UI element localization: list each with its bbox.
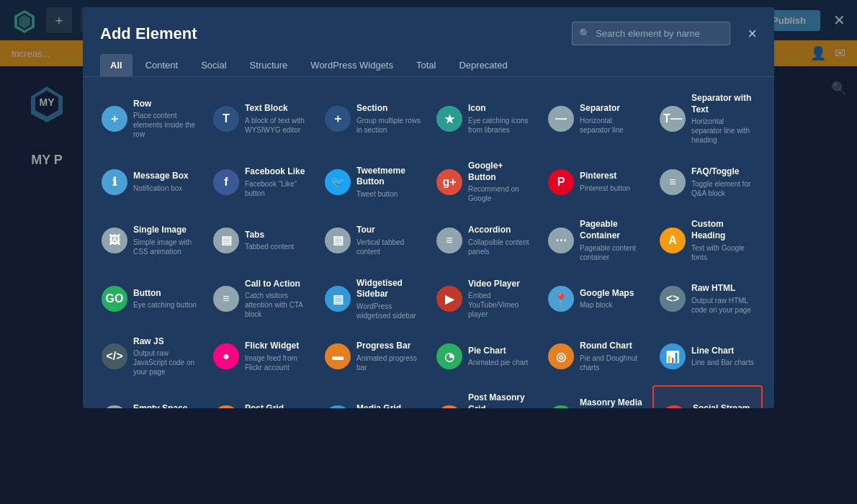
element-icon: 👤: [661, 405, 687, 408]
element-item[interactable]: ▬Progress BarAnimated progress bar: [318, 329, 428, 384]
tab-total[interactable]: Total: [406, 54, 446, 76]
element-item[interactable]: ≡Call to ActionCatch visitors attention …: [206, 271, 316, 328]
element-desc: Tabbed content: [245, 242, 309, 251]
element-text: TourVertical tabbed content: [356, 225, 421, 256]
element-text: Masonry Media GridMasonry media grid fro…: [580, 397, 644, 408]
element-item[interactable]: ◎Round ChartPie and Doughnut charts: [541, 329, 651, 384]
tab-wordpress-widgets[interactable]: WordPress Widgets: [300, 54, 403, 76]
element-item[interactable]: 📍Google MapsMap block: [541, 271, 651, 328]
tab-structure[interactable]: Structure: [240, 54, 298, 76]
element-icon: 📊: [660, 343, 686, 369]
element-text: Raw HTMLOutput raw HTML code on your pag…: [691, 283, 755, 315]
element-item[interactable]: <>Raw HTMLOutput raw HTML code on your p…: [652, 271, 763, 328]
element-item[interactable]: ▤TourVertical tabbed content: [318, 212, 428, 269]
tab-deprecated[interactable]: Deprecated: [449, 54, 517, 76]
element-desc: Notification box: [133, 184, 197, 193]
element-icon: ▤: [325, 228, 351, 253]
element-name: Round Chart: [580, 341, 644, 352]
element-icon: ▬: [325, 343, 351, 369]
element-icon: <>: [660, 286, 686, 312]
element-icon: ★: [436, 106, 462, 132]
element-text: TabsTabbed content: [245, 230, 309, 252]
element-item[interactable]: T—Separator with TextHorizontal separato…: [652, 86, 763, 152]
element-item[interactable]: ⊟Masonry Media GridMasonry media grid fr…: [541, 385, 651, 408]
element-item[interactable]: ⊞Post GridPosts, pages or custom posts i…: [206, 385, 316, 408]
element-desc: A block of text with WYSIWYG editor: [245, 116, 309, 135]
element-item[interactable]: GOButtonEye catching button: [94, 271, 205, 328]
element-item[interactable]: ↕Empty SpaceBlank space with custom heig…: [94, 385, 205, 408]
element-text: Line ChartLine and Bar charts: [691, 346, 755, 368]
element-desc: Line and Bar charts: [691, 358, 755, 367]
element-text: Message BoxNotification box: [133, 171, 197, 193]
element-text: Empty SpaceBlank space with custom heigh…: [133, 403, 197, 408]
element-icon: ↕: [102, 405, 127, 408]
element-desc: Pinterest button: [580, 184, 644, 193]
element-icon: ▤: [325, 286, 351, 312]
element-name: Post Masonry Grid: [468, 392, 532, 408]
element-item[interactable]: fFacebook LikeFacebook "Like" button: [206, 153, 316, 210]
element-item[interactable]: ≡FAQ/ToggleToggle element for Q&A block: [652, 153, 763, 210]
element-text: ButtonEye catching button: [133, 288, 197, 310]
element-icon: P: [548, 169, 574, 195]
element-text: Flickr WidgetImage feed from Flickr acco…: [245, 341, 309, 372]
element-name: Line Chart: [691, 346, 755, 357]
element-text: Post Masonry GridPosts, pages or custom …: [468, 392, 532, 408]
element-text: Facebook LikeFacebook "Like" button: [245, 166, 309, 198]
element-icon: 🐦: [325, 169, 351, 195]
element-icon: ≡: [213, 286, 239, 312]
element-item[interactable]: ＋RowPlace content elements inside the ro…: [94, 86, 205, 152]
element-text: FAQ/ToggleToggle element for Q&A block: [691, 166, 755, 198]
element-item[interactable]: 🐦Tweetmeme ButtonTweet button: [318, 153, 428, 210]
element-name: Raw HTML: [691, 283, 755, 294]
element-item[interactable]: PPinterestPinterest button: [541, 153, 651, 210]
element-desc: Pie and Doughnut charts: [580, 354, 644, 372]
element-item[interactable]: ▶Video PlayerEmbed YouTube/Vimeo player: [429, 271, 539, 328]
element-item[interactable]: ⋯Pageable ContainerPageable content cont…: [541, 212, 651, 269]
element-item[interactable]: TText BlockA block of text with WYSIWYG …: [206, 86, 316, 152]
element-name: Masonry Media Grid: [580, 397, 644, 408]
element-item[interactable]: —SeparatorHorizontal separator line: [541, 86, 651, 152]
element-text: Post GridPosts, pages or custom posts in…: [245, 403, 309, 408]
tab-social[interactable]: Social: [191, 54, 236, 76]
element-item[interactable]: </>Raw JSOutput raw JavaScript code on y…: [94, 329, 205, 384]
element-desc: Eye catching icons from libraries: [468, 116, 532, 135]
element-item[interactable]: ⊟Post Masonry GridPosts, pages or custom…: [429, 385, 539, 408]
element-icon: f: [213, 169, 239, 195]
search-input[interactable]: [572, 22, 730, 45]
element-icon: GO: [102, 286, 127, 312]
elements-grid: ＋RowPlace content elements inside the ro…: [83, 77, 774, 408]
element-item[interactable]: ACustom HeadingText with Google fonts: [652, 212, 763, 269]
element-name: Separator with Text: [691, 93, 755, 115]
element-item[interactable]: ⊞Media GridMedia grid from Media Library: [318, 385, 428, 408]
element-item[interactable]: 🖼Single ImageSimple image with CSS anima…: [94, 212, 205, 269]
element-text: IconEye catching icons from libraries: [468, 103, 532, 135]
element-icon: T—: [660, 106, 686, 132]
element-item[interactable]: ≡AccordionCollapsible content panels: [429, 212, 539, 269]
element-desc: Output raw HTML code on your page: [691, 296, 755, 315]
element-item[interactable]: ●Flickr WidgetImage feed from Flickr acc…: [206, 329, 316, 384]
element-item[interactable]: g+Google+ ButtonRecommend on Google: [429, 153, 539, 210]
element-text: AccordionCollapsible content panels: [468, 225, 532, 256]
element-item[interactable]: ◔Pie ChartAnimated pie chart: [429, 329, 539, 384]
element-item[interactable]: ℹMessage BoxNotification box: [94, 153, 205, 210]
element-text: Call to ActionCatch visitors attention w…: [245, 279, 309, 320]
element-item[interactable]: ▤Widgetised SidebarWordPress widgetised …: [318, 271, 428, 328]
element-icon: ＋: [325, 106, 351, 132]
modal-close-button[interactable]: ×: [748, 24, 757, 43]
element-text: PinterestPinterest button: [580, 171, 644, 193]
element-item[interactable]: 👤Social StreamFlow-Flow plugin social st…: [652, 385, 763, 408]
element-name: Social Stream: [693, 403, 754, 408]
tab-content[interactable]: Content: [135, 54, 189, 76]
tab-all[interactable]: All: [100, 54, 133, 76]
element-name: Message Box: [133, 171, 197, 182]
element-item[interactable]: 📊Line ChartLine and Bar charts: [652, 329, 763, 384]
element-icon: ⋯: [548, 228, 574, 253]
element-item[interactable]: ★IconEye catching icons from libraries: [429, 86, 539, 152]
element-desc: Collapsible content panels: [468, 238, 532, 256]
element-item[interactable]: ＋SectionGroup multiple rows in section: [318, 86, 428, 152]
element-desc: Group multiple rows in section: [356, 116, 421, 135]
element-item[interactable]: ▤TabsTabbed content: [206, 212, 316, 269]
element-text: Pie ChartAnimated pie chart: [468, 346, 532, 368]
element-icon: 🖼: [102, 228, 127, 253]
element-desc: Animated progress bar: [356, 354, 421, 372]
